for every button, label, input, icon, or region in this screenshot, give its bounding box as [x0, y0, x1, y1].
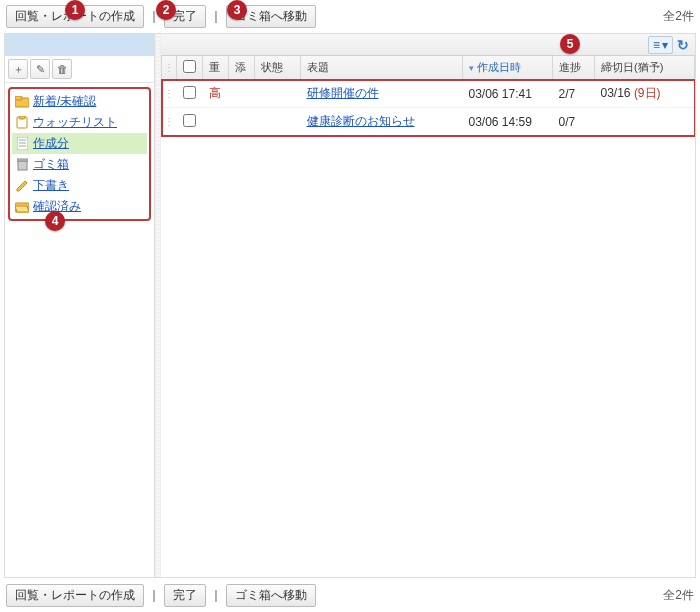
folder-open-icon [15, 201, 29, 213]
row-menu-button[interactable]: ⋮ [162, 108, 177, 136]
refresh-button[interactable]: ↻ [677, 37, 689, 53]
table-row[interactable]: ⋮ 健康診断のお知らせ 03/06 14:59 0/7 [162, 108, 695, 136]
folder-trash[interactable]: ゴミ箱 [12, 154, 147, 175]
col-progress[interactable]: 進捗 [553, 56, 595, 80]
row-menu-col: ⋮ [162, 56, 177, 80]
col-due[interactable]: 締切日(猶予) [595, 56, 695, 80]
sidebar-actions: ＋ ✎ 🗑 [5, 56, 154, 83]
col-subject[interactable]: 表題 [301, 56, 463, 80]
svg-rect-9 [17, 159, 28, 161]
subject-link[interactable]: 研修開催の件 [307, 86, 379, 100]
move-to-trash-button-bottom[interactable]: ゴミ箱へ移動 [226, 584, 316, 607]
svg-rect-8 [18, 161, 27, 170]
folder-label: 新着/未確認 [33, 93, 96, 110]
folder-label: ウォッチリスト [33, 114, 117, 131]
row-checkbox[interactable] [183, 114, 196, 127]
svg-marker-10 [17, 181, 27, 191]
top-toolbar: 回覧・レポートの作成 ｜ 完了 ｜ ゴミ箱へ移動 全2件 [0, 0, 700, 33]
cell-priority [203, 108, 229, 136]
cell-priority: 高 [203, 80, 229, 108]
cell-progress: 0/7 [553, 108, 595, 136]
row-checkbox[interactable] [183, 86, 196, 99]
toolbar-sep: ｜ [210, 8, 222, 25]
callout-5: 5 [560, 34, 580, 54]
edit-folder-button[interactable]: ✎ [30, 59, 50, 79]
doc-icon [15, 138, 29, 150]
trash-icon [15, 159, 29, 171]
folder-created[interactable]: 作成分 [12, 133, 147, 154]
sidebar: ＋ ✎ 🗑 新着/未確認 ウォッチリスト 作成分 [5, 34, 155, 577]
toolbar-sep: ｜ [148, 587, 160, 604]
items-table: ⋮ 重 添 状態 表題 作成日時 進捗 締切日(猶予) [161, 56, 695, 136]
item-count-bottom: 全2件 [663, 587, 694, 604]
folder-cluster: 新着/未確認 ウォッチリスト 作成分 ゴミ箱 [8, 87, 151, 221]
callout-1: 1 [65, 0, 85, 20]
main-panel: 5 ≡ ▾ ↻ ⋮ 重 添 状態 表題 [161, 34, 695, 577]
callout-4: 4 [45, 211, 65, 231]
folder-draft[interactable]: 下書き [12, 175, 147, 196]
cell-progress: 2/7 [553, 80, 595, 108]
select-all-checkbox[interactable] [183, 60, 196, 73]
folder-icon [15, 96, 29, 108]
col-priority[interactable]: 重 [203, 56, 229, 80]
folder-label: ゴミ箱 [33, 156, 69, 173]
svg-rect-1 [15, 96, 22, 100]
list-icon: ≡ [653, 38, 660, 52]
cell-status [255, 80, 301, 108]
view-options-button[interactable]: ≡ ▾ [648, 36, 673, 54]
callout-2: 2 [156, 0, 176, 20]
cell-attach [229, 80, 255, 108]
subject-link[interactable]: 健康診断のお知らせ [307, 114, 415, 128]
item-count: 全2件 [663, 8, 694, 25]
folder-new-unread[interactable]: 新着/未確認 [12, 91, 147, 112]
folder-label: 下書き [33, 177, 69, 194]
add-folder-button[interactable]: ＋ [8, 59, 28, 79]
folder-watchlist[interactable]: ウォッチリスト [12, 112, 147, 133]
row-menu-button[interactable]: ⋮ [162, 80, 177, 108]
create-report-button-bottom[interactable]: 回覧・レポートの作成 [6, 584, 144, 607]
sidebar-header [5, 34, 154, 56]
table-row[interactable]: ⋮ 高 研修開催の件 03/06 17:41 2/7 03/16 (9日) [162, 80, 695, 108]
folder-confirmed[interactable]: 確認済み [12, 196, 147, 217]
folder-label: 作成分 [33, 135, 69, 152]
clipboard-icon [15, 117, 29, 129]
complete-button-bottom[interactable]: 完了 [164, 584, 206, 607]
callout-3: 3 [227, 0, 247, 20]
cell-attach [229, 108, 255, 136]
col-status[interactable]: 状態 [255, 56, 301, 80]
svg-marker-12 [15, 206, 29, 212]
cell-created: 03/06 17:41 [463, 80, 553, 108]
col-attach[interactable]: 添 [229, 56, 255, 80]
cell-created: 03/06 14:59 [463, 108, 553, 136]
col-checkbox[interactable] [177, 56, 203, 80]
cell-due [595, 108, 695, 136]
chevron-down-icon: ▾ [662, 38, 668, 52]
cell-due: 03/16 (9日) [595, 80, 695, 108]
col-created[interactable]: 作成日時 [463, 56, 553, 80]
delete-folder-button[interactable]: 🗑 [52, 59, 72, 79]
pencil-icon [15, 180, 29, 192]
toolbar-sep: ｜ [210, 587, 222, 604]
cell-status [255, 108, 301, 136]
svg-rect-3 [19, 116, 25, 119]
bottom-toolbar: 回覧・レポートの作成 ｜ 完了 ｜ ゴミ箱へ移動 全2件 [0, 578, 700, 612]
